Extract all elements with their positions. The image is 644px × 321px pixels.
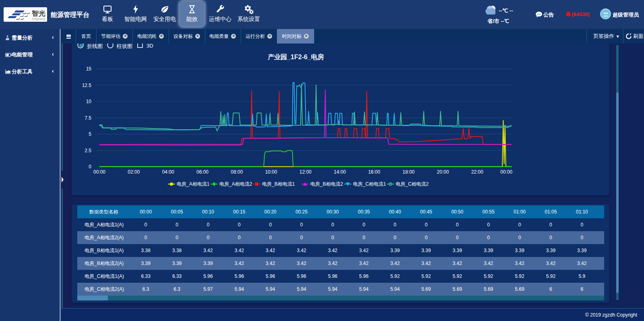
svg-text:02:00: 02:00 — [128, 169, 140, 175]
svg-text:电房_A相电流1: 电房_A相电流1 — [177, 181, 210, 187]
svg-text:15: 15 — [86, 66, 92, 72]
svg-text:12:00: 12:00 — [299, 169, 312, 175]
svg-text:16:00: 16:00 — [368, 169, 380, 175]
svg-text:5: 5 — [89, 131, 91, 137]
svg-text:电房_C相电流1: 电房_C相电流1 — [353, 181, 386, 187]
svg-text:7.5: 7.5 — [85, 115, 91, 121]
svg-text:06:00: 06:00 — [196, 169, 208, 175]
svg-text:电房_B相电流2: 电房_B相电流2 — [310, 181, 343, 187]
svg-text:电房_B相电流1: 电房_B相电流1 — [262, 181, 295, 187]
svg-text:12.5: 12.5 — [82, 83, 92, 88]
svg-text:00:00: 00:00 — [500, 169, 512, 175]
svg-text:04:00: 04:00 — [162, 169, 174, 175]
svg-text:产业园_1F2-6_电房: 产业园_1F2-6_电房 — [267, 53, 324, 60]
svg-text:电房_A相电流2: 电房_A相电流2 — [219, 181, 252, 187]
svg-text:0: 0 — [89, 164, 91, 170]
svg-text:电房_C相电流2: 电房_C相电流2 — [396, 181, 429, 187]
svg-text:14:00: 14:00 — [334, 169, 346, 175]
svg-text:08:00: 08:00 — [231, 169, 243, 175]
svg-text:00:00: 00:00 — [93, 169, 105, 175]
svg-text:2.5: 2.5 — [85, 148, 91, 153]
svg-text:20:00: 20:00 — [437, 169, 449, 175]
svg-text:10:00: 10:00 — [265, 169, 277, 175]
svg-text:18:00: 18:00 — [402, 169, 415, 175]
svg-text:10: 10 — [86, 99, 92, 104]
svg-text:22:00: 22:00 — [471, 169, 483, 175]
